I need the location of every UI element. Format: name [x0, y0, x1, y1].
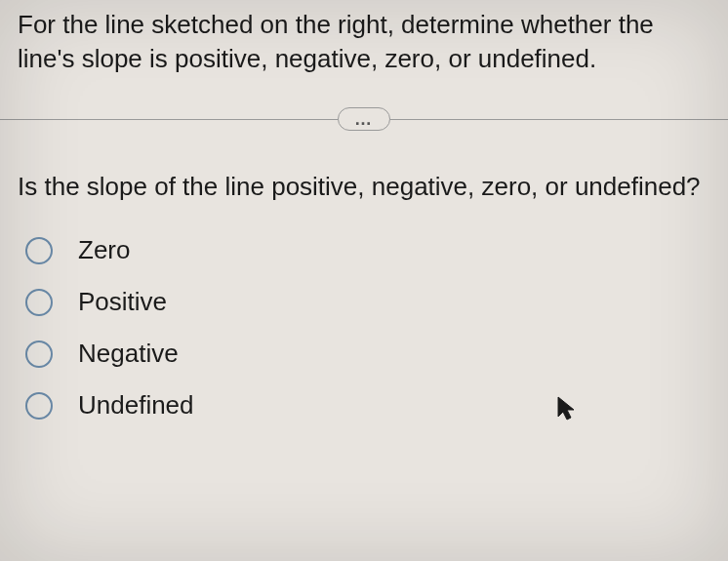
- option-label: Undefined: [78, 390, 194, 421]
- divider-line-left: [0, 119, 338, 120]
- radio-icon[interactable]: [25, 341, 53, 368]
- dots-icon: …: [354, 109, 374, 129]
- option-undefined[interactable]: Undefined: [25, 390, 710, 421]
- radio-icon[interactable]: [25, 237, 53, 264]
- question-text: Is the slope of the line positive, negat…: [18, 170, 710, 204]
- option-label: Negative: [78, 339, 179, 369]
- expand-pill[interactable]: …: [338, 107, 390, 131]
- option-zero[interactable]: Zero: [25, 235, 710, 265]
- section-divider[interactable]: …: [0, 107, 728, 131]
- option-negative[interactable]: Negative: [25, 339, 710, 369]
- option-positive[interactable]: Positive: [25, 287, 710, 317]
- radio-icon[interactable]: [25, 289, 53, 316]
- option-label: Zero: [78, 235, 130, 265]
- option-label: Positive: [78, 287, 167, 317]
- options-group: Zero Positive Negative Undefined: [25, 235, 710, 421]
- divider-line-right: [390, 119, 728, 120]
- problem-statement: For the line sketched on the right, dete…: [18, 8, 710, 76]
- radio-icon[interactable]: [25, 392, 53, 420]
